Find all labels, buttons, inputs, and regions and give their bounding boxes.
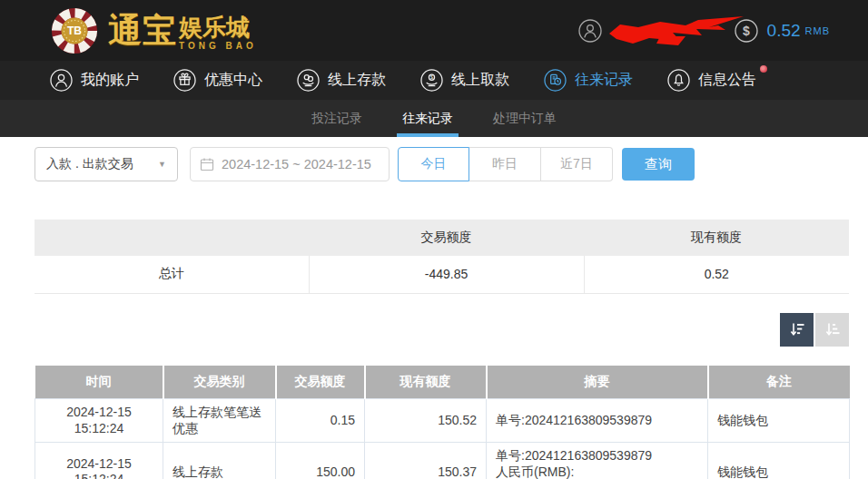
brand-text: 通宝 娱乐城 TONG BAO [108,7,257,54]
summary-table: 交易额度 现有额度 总计 -449.85 0.52 [35,220,849,294]
balance-amount: 0.52 [767,21,801,41]
bell-icon [667,69,690,92]
brand-name-latin: TONG BAO [179,41,257,51]
user-icon [50,69,73,92]
sub-navigation: 投注记录 往来记录 处理中订单 [0,100,868,137]
nav-label: 线上取款 [451,71,509,90]
total-label: 总计 [35,256,309,293]
summary-header-balance: 现有额度 [584,220,849,256]
cell-summary: 单号:202412163809539879 [487,399,708,443]
header-amount: 交易额度 [276,366,365,399]
nav-item-my-account[interactable]: 我的账户 [50,69,139,92]
transaction-type-select[interactable]: 入款 . 出款交易 ▼ [35,147,178,181]
redacted-username [607,15,729,46]
sort-descending-button[interactable] [780,313,814,347]
header-note: 备注 [708,366,850,399]
header-category: 交易类别 [163,366,276,399]
cell-note: 钱能钱包 [708,443,850,479]
brand-logo[interactable]: TB 通宝 娱乐城 TONG BAO [50,6,257,55]
cell-balance: 150.52 [365,399,487,443]
cell-amount: 0.15 [276,399,365,443]
cell-summary: 单号:202412163809539879 人民币(RMB): 150 [487,443,708,479]
user-avatar-icon[interactable] [578,19,602,43]
summary-total-row: 总计 -449.85 0.52 [35,256,849,293]
today-button[interactable]: 今日 [398,147,469,181]
nav-item-announcements[interactable]: 信息公告 [667,69,756,92]
cell-amount: 150.00 [276,443,365,479]
header-summary: 摘要 [487,366,708,399]
cell-time: 2024-12-15 15:12:24 [35,443,163,479]
sort-ascending-button[interactable] [815,313,849,347]
nav-item-promotions[interactable]: 优惠中心 [173,69,262,92]
withdraw-coin-icon: $ [420,69,443,92]
casino-chip-icon: TB [50,6,99,55]
yesterday-button[interactable]: 昨日 [469,147,541,181]
nav-item-online-withdrawal[interactable]: $ 线上取款 [420,69,509,92]
last-7-days-button[interactable]: 近7日 [541,147,613,181]
balance-currency: RMB [805,25,830,36]
transactions-table: 时间 交易类别 交易额度 现有额度 摘要 备注 2024-12-15 15:12… [35,366,850,479]
nav-label: 信息公告 [698,71,756,90]
redaction-scribble [607,15,745,46]
cell-category: 线上存款笔笔送优惠 [163,399,276,443]
nav-label: 往来记录 [575,71,633,90]
header-balance: 现有额度 [365,366,487,399]
topbar-account-area: $ 0.52 RMB [578,15,830,46]
summary-header-blank [35,220,309,256]
total-amount: -449.85 [309,256,584,293]
chip-label: TB [67,24,82,37]
table-row: 2024-12-15 15:12:24 线上存款 150.00 150.37 单… [35,443,850,479]
cell-note: 钱能钱包 [708,399,850,443]
brand-name-primary: 通宝 [108,7,177,54]
sort-ascending-icon [824,320,842,338]
tab-transaction-records[interactable]: 往来记录 [382,100,473,137]
sort-descending-icon [788,320,806,338]
main-content: 入款 . 出款交易 ▼ 2024-12-15 ~ 2024-12-15 今日 昨… [0,137,868,479]
filter-bar: 入款 . 出款交易 ▼ 2024-12-15 ~ 2024-12-15 今日 昨… [35,147,849,181]
table-row: 2024-12-15 15:12:24 线上存款笔笔送优惠 0.15 150.5… [35,399,850,443]
date-range-value: 2024-12-15 ~ 2024-12-15 [222,157,371,171]
summary-header-amount: 交易额度 [309,220,584,256]
tab-betting-records[interactable]: 投注记录 [291,100,382,137]
quick-date-buttons: 今日 昨日 近7日 [398,147,613,181]
transactions-header-row: 时间 交易类别 交易额度 现有额度 摘要 备注 [35,366,850,399]
cell-balance: 150.37 [365,443,487,479]
deposit-coins-icon [297,69,320,92]
nav-label: 优惠中心 [204,71,262,90]
gift-icon [173,69,196,92]
header-time: 时间 [35,366,163,399]
cell-time: 2024-12-15 15:12:24 [35,399,163,443]
notification-dot [760,65,767,73]
total-balance: 0.52 [584,256,849,293]
date-range-input[interactable]: 2024-12-15 ~ 2024-12-15 [190,147,390,181]
selected-transaction-type: 入款 . 出款交易 [46,156,133,172]
query-button[interactable]: 查询 [622,148,695,181]
brand-name-secondary: 娱乐城 [179,15,257,40]
chevron-down-icon: ▼ [158,160,166,169]
nav-item-online-deposit[interactable]: 线上存款 [297,69,386,92]
nav-label: 线上存款 [328,71,386,90]
svg-text:$: $ [430,74,433,80]
tab-pending-orders[interactable]: 处理中订单 [473,100,577,137]
records-clock-icon [544,69,567,92]
nav-label: 我的账户 [81,71,139,90]
calendar-icon [200,157,214,171]
sort-controls [35,313,849,347]
topbar: TB 通宝 娱乐城 TONG BAO $ 0.52 RMB [0,0,868,61]
main-navigation: 我的账户 优惠中心 线上存款 $ 线上取款 [0,61,868,100]
cell-category: 线上存款 [163,443,276,479]
nav-item-transaction-records[interactable]: 往来记录 [544,69,633,92]
